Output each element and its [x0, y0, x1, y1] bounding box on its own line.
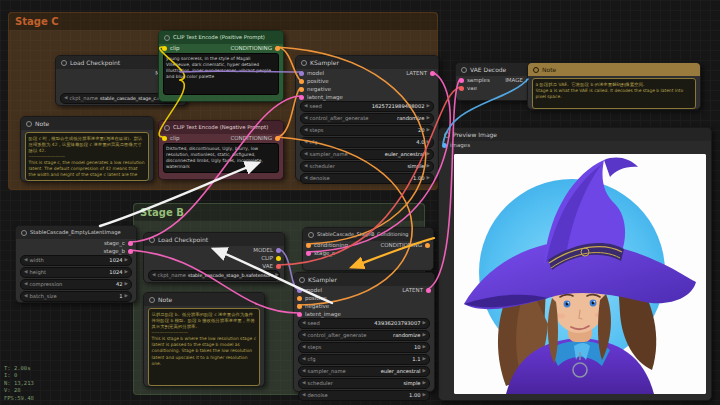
positive-prompt-textarea[interactable]: young sorceress, in the style of Magali … — [163, 53, 279, 95]
collapse-icon[interactable] — [164, 125, 170, 131]
prev-value-icon[interactable]: ◀ — [302, 333, 305, 338]
node-clip-text-encode-negative[interactable]: CLIP Text Encode (Negative Prompt) clip … — [158, 120, 284, 180]
control-after-generate-widget[interactable]: ◀control_after_generaterandomize▶ — [300, 113, 434, 124]
samples-input-port[interactable] — [459, 78, 464, 83]
conditioning-output-port[interactable] — [275, 46, 280, 51]
width-widget[interactable]: ◀width1024▶ — [20, 255, 132, 266]
images-input-port[interactable] — [442, 143, 447, 148]
prev-value-icon[interactable]: ◀ — [304, 128, 307, 133]
clip-input-port[interactable] — [162, 136, 167, 141]
model-input-port[interactable] — [299, 71, 304, 76]
node-stablecascade-stageb-conditioning[interactable]: StableCascade_StageB_Conditioning condit… — [302, 227, 434, 271]
collapse-icon[interactable] — [164, 35, 170, 41]
next-value-icon[interactable]: ▶ — [427, 164, 430, 169]
node-ksampler-stage-c[interactable]: KSampler model LATENT positive negative … — [295, 55, 439, 181]
compression-widget[interactable]: ◀compression42▶ — [20, 279, 132, 290]
prev-value-icon[interactable]: ◀ — [302, 369, 305, 374]
collapse-icon[interactable] — [444, 132, 450, 138]
next-value-icon[interactable]: ▶ — [427, 176, 430, 181]
next-value-icon[interactable]: ▶ — [427, 152, 430, 157]
prev-value-icon[interactable]: ◀ — [302, 393, 305, 398]
height-widget[interactable]: ◀height1024▶ — [20, 267, 132, 278]
positive-input-port[interactable] — [299, 79, 304, 84]
prev-value-icon[interactable]: ◀ — [302, 345, 305, 350]
next-value-icon[interactable]: ▶ — [427, 128, 430, 133]
model-output-port[interactable] — [276, 248, 281, 253]
next-value-icon[interactable]: ▶ — [423, 345, 426, 350]
stage-b-output-port[interactable] — [128, 249, 133, 254]
collapse-icon[interactable] — [149, 297, 155, 303]
next-value-icon[interactable]: ▶ — [423, 381, 426, 386]
seed-widget[interactable]: ◀seed43936203793007▶ — [298, 318, 430, 329]
collapse-icon[interactable] — [26, 121, 32, 127]
latent-image-input-port[interactable] — [297, 312, 302, 317]
steps-widget[interactable]: ◀steps20▶ — [300, 125, 434, 136]
node-load-checkpoint-b[interactable]: Load Checkpoint MODEL CLIP VAE ◀ ckpt_na… — [143, 232, 285, 283]
collapse-icon[interactable] — [299, 277, 305, 283]
next-value-icon[interactable]: ▶ — [275, 273, 278, 278]
prev-value-icon[interactable]: ◀ — [302, 321, 305, 326]
vae-input-port[interactable] — [459, 86, 464, 91]
next-value-icon[interactable]: ▶ — [427, 140, 430, 145]
positive-input-port[interactable] — [297, 296, 302, 301]
prev-value-icon[interactable]: ◀ — [64, 96, 67, 101]
node-note-stage-b[interactable]: Note 这就是阶段 b。低分辨率的阶段 c 潜变量会作为条件传给阶段 b 模型… — [143, 292, 265, 387]
node-preview-image[interactable]: Preview Image images — [438, 127, 712, 401]
next-value-icon[interactable]: ▶ — [423, 333, 426, 338]
prev-value-icon[interactable]: ◀ — [24, 294, 27, 299]
note-text[interactable]: 这就是阶段 b。低分辨率的阶段 c 潜变量会作为条件传给阶段 b 模型。阶段 b… — [148, 308, 260, 386]
prev-value-icon[interactable]: ◀ — [24, 270, 27, 275]
clip-input-port[interactable] — [162, 46, 167, 51]
note-text[interactable]: a 阶段就是 VAE。它将阶段 b 的潜变量解码到像素空间。Stage a is… — [532, 78, 696, 109]
node-note-stage-c[interactable]: Note 阶段 c 时，模型会生成低分辨率潜变量(与潜在噪波)。默认压缩系数为 … — [20, 116, 154, 182]
collapse-icon[interactable] — [461, 67, 467, 73]
node-clip-text-encode-positive[interactable]: CLIP Text Encode (Positive Prompt) clip … — [158, 30, 284, 102]
sampler-name-widget[interactable]: ◀sampler_nameeuler_ancestral▶ — [298, 366, 430, 377]
prev-value-icon[interactable]: ◀ — [24, 282, 27, 287]
collapse-icon[interactable] — [149, 237, 155, 243]
prev-value-icon[interactable]: ◀ — [304, 164, 307, 169]
collapse-icon[interactable] — [61, 60, 67, 66]
negative-input-port[interactable] — [297, 304, 302, 309]
sampler-name-widget[interactable]: ◀sampler_nameeuler_ancestral▶ — [300, 149, 434, 160]
collapse-icon[interactable] — [21, 230, 27, 236]
next-value-icon[interactable]: ▶ — [427, 104, 430, 109]
model-input-port[interactable] — [297, 288, 302, 293]
node-ksampler-stage-b[interactable]: KSampler model LATENT positive negative … — [293, 272, 435, 392]
next-value-icon[interactable]: ▶ — [423, 369, 426, 374]
next-value-icon[interactable]: ▶ — [125, 294, 128, 299]
node-note-stage-a[interactable]: Note a 阶段就是 VAE。它将阶段 b 的潜变量解码到像素空间。Stage… — [527, 62, 701, 110]
latent-output-port[interactable] — [426, 288, 431, 293]
prev-value-icon[interactable]: ◀ — [304, 176, 307, 181]
negative-input-port[interactable] — [299, 87, 304, 92]
next-value-icon[interactable]: ▶ — [423, 321, 426, 326]
prev-value-icon[interactable]: ◀ — [304, 152, 307, 157]
prev-value-icon[interactable]: ◀ — [302, 357, 305, 362]
negative-prompt-textarea[interactable]: Distorted, discontinuous, Ugly, blurry, … — [163, 143, 279, 173]
ckpt-name-widget[interactable]: ◀ ckpt_name stable_cascade_stage_b.safet… — [148, 270, 280, 281]
cfg-widget[interactable]: ◀cfg1.1▶ — [298, 354, 430, 365]
next-value-icon[interactable]: ▶ — [423, 393, 426, 398]
note-text[interactable]: 阶段 c 时，模型会生成低分辨率潜变量(与潜在噪波)。默认压缩系数为 42，这意… — [25, 132, 149, 181]
denoise-widget[interactable]: ◀denoise1.00▶ — [298, 390, 430, 401]
stage-c-input-port[interactable] — [306, 251, 311, 256]
cfg-widget[interactable]: ◀cfg4.0▶ — [300, 137, 434, 148]
control-after-generate-widget[interactable]: ◀control_after_generaterandomize▶ — [298, 330, 430, 341]
group-stage-c-title[interactable]: Stage C — [9, 13, 437, 30]
collapse-icon[interactable] — [301, 60, 307, 66]
next-value-icon[interactable]: ▶ — [125, 270, 128, 275]
scheduler-widget[interactable]: ◀schedulersimple▶ — [300, 161, 434, 172]
conditioning-output-port[interactable] — [275, 136, 280, 141]
prev-value-icon[interactable]: ◀ — [304, 104, 307, 109]
steps-widget[interactable]: ◀steps10▶ — [298, 342, 430, 353]
node-vae-decode[interactable]: VAE Decode samples IMAGE vae — [455, 62, 535, 101]
prev-value-icon[interactable]: ◀ — [24, 258, 27, 263]
vae-output-port[interactable] — [276, 264, 281, 269]
clip-output-port[interactable] — [276, 256, 281, 261]
next-value-icon[interactable]: ▶ — [427, 116, 430, 121]
prev-value-icon[interactable]: ◀ — [302, 381, 305, 386]
next-value-icon[interactable]: ▶ — [423, 357, 426, 362]
node-stablecascade-empty-latent-image[interactable]: StableCascade_EmptyLatentImage stage_c s… — [15, 225, 137, 303]
latent-image-input-port[interactable] — [299, 95, 304, 100]
collapse-icon[interactable] — [533, 67, 539, 73]
